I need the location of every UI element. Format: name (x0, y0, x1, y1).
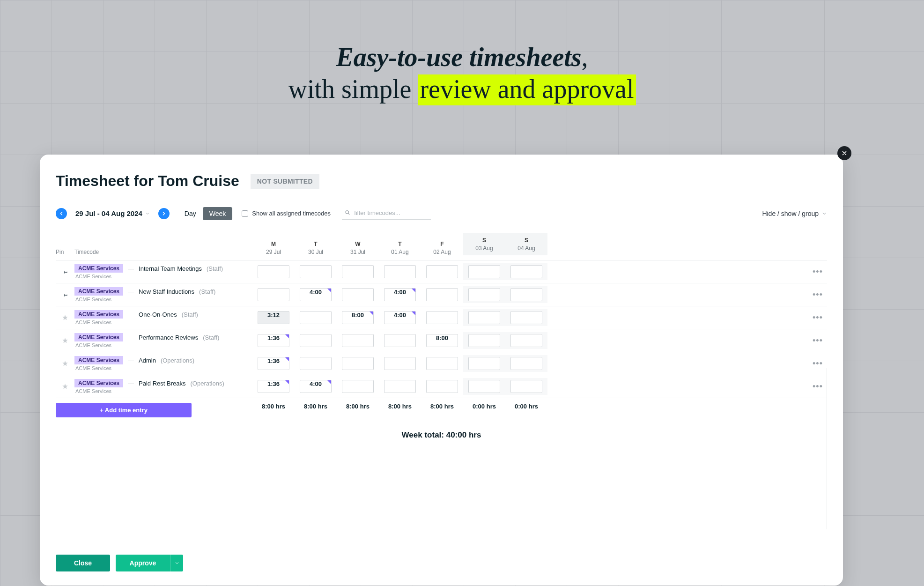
show-all-timecodes-checkbox[interactable]: Show all assigned timecodes (242, 210, 331, 217)
time-cell[interactable]: 4:00 (295, 286, 337, 303)
time-cell[interactable] (421, 355, 463, 372)
time-cell[interactable] (463, 378, 505, 395)
time-cell[interactable] (295, 263, 337, 280)
time-input[interactable] (384, 357, 416, 370)
pin-toggle[interactable] (56, 360, 74, 367)
time-cell[interactable] (252, 286, 295, 303)
row-menu-button[interactable]: ••• (808, 359, 827, 369)
time-cell[interactable] (379, 332, 421, 349)
time-input[interactable] (258, 265, 289, 278)
time-cell[interactable]: 4:00 (379, 309, 421, 326)
add-time-entry-button[interactable]: + Add time entry (56, 403, 192, 417)
time-cell[interactable]: 4:00 (295, 378, 337, 395)
time-cell[interactable] (379, 263, 421, 280)
time-input[interactable] (510, 265, 542, 278)
time-cell[interactable] (421, 309, 463, 326)
time-cell[interactable]: 1:36 (252, 355, 295, 372)
filter-timecodes-search[interactable] (342, 208, 431, 220)
approve-dropdown[interactable] (170, 555, 183, 571)
time-cell[interactable] (379, 355, 421, 372)
time-input[interactable] (300, 334, 332, 347)
time-input[interactable]: 4:00 (384, 288, 416, 301)
time-cell[interactable]: 4:00 (379, 286, 421, 303)
time-cell[interactable] (505, 332, 547, 349)
pin-toggle[interactable] (56, 337, 74, 344)
time-cell[interactable] (337, 286, 379, 303)
approve-button[interactable]: Approve (116, 555, 170, 571)
time-input[interactable] (510, 334, 542, 347)
time-input[interactable]: 8:00 (342, 311, 374, 324)
time-input[interactable] (300, 311, 332, 324)
time-cell[interactable]: 8:00 (421, 332, 463, 349)
time-input[interactable]: 1:36 (258, 380, 289, 393)
prev-week-button[interactable] (56, 208, 67, 219)
time-input[interactable] (342, 334, 374, 347)
time-cell[interactable] (379, 378, 421, 395)
time-cell[interactable] (421, 286, 463, 303)
filter-input[interactable] (354, 209, 428, 216)
time-input[interactable]: 4:00 (384, 311, 416, 324)
time-input[interactable] (342, 265, 374, 278)
time-cell[interactable] (505, 378, 547, 395)
time-input[interactable] (342, 288, 374, 301)
time-input[interactable] (342, 380, 374, 393)
time-cell[interactable] (421, 378, 463, 395)
time-input[interactable] (300, 357, 332, 370)
time-input[interactable] (426, 380, 458, 393)
time-input[interactable] (510, 288, 542, 301)
time-input[interactable] (468, 288, 500, 301)
time-cell[interactable] (295, 309, 337, 326)
time-input[interactable] (426, 311, 458, 324)
time-input[interactable] (468, 334, 500, 347)
time-input[interactable] (258, 288, 289, 301)
time-cell[interactable] (337, 355, 379, 372)
time-input[interactable] (426, 357, 458, 370)
time-cell[interactable] (337, 332, 379, 349)
time-input[interactable] (426, 265, 458, 278)
time-input[interactable] (510, 380, 542, 393)
time-cell[interactable]: 3:12 (252, 309, 295, 326)
time-input[interactable]: 4:00 (300, 380, 332, 393)
time-cell[interactable] (463, 332, 505, 349)
time-cell[interactable] (337, 378, 379, 395)
time-cell[interactable] (505, 309, 547, 326)
time-cell[interactable] (421, 263, 463, 280)
pin-toggle[interactable] (56, 291, 74, 298)
time-cell[interactable] (463, 263, 505, 280)
time-input[interactable] (468, 380, 500, 393)
time-input[interactable]: 1:36 (258, 357, 289, 370)
time-cell[interactable] (295, 332, 337, 349)
view-day-tab[interactable]: Day (178, 207, 203, 220)
time-input[interactable]: 3:12 (258, 311, 289, 324)
time-input[interactable]: 1:36 (258, 334, 289, 347)
row-menu-button[interactable]: ••• (808, 313, 827, 323)
time-input[interactable] (510, 357, 542, 370)
close-button[interactable]: Close (56, 555, 110, 571)
time-cell[interactable]: 8:00 (337, 309, 379, 326)
time-cell[interactable] (337, 263, 379, 280)
date-range-picker[interactable]: 29 Jul - 04 Aug 2024 (72, 207, 154, 220)
pin-toggle[interactable] (56, 314, 74, 321)
row-menu-button[interactable]: ••• (808, 336, 827, 346)
time-input[interactable]: 4:00 (300, 288, 332, 301)
time-input[interactable] (384, 265, 416, 278)
hide-show-group-button[interactable]: Hide / show / group (762, 210, 827, 217)
time-input[interactable] (426, 288, 458, 301)
time-input[interactable] (300, 265, 332, 278)
time-input[interactable] (384, 334, 416, 347)
time-cell[interactable]: 1:36 (252, 332, 295, 349)
close-icon[interactable] (837, 146, 851, 160)
time-cell[interactable] (252, 263, 295, 280)
time-input[interactable] (468, 357, 500, 370)
time-input[interactable]: 8:00 (426, 334, 458, 347)
time-input[interactable] (468, 311, 500, 324)
row-menu-button[interactable]: ••• (808, 382, 827, 392)
view-week-tab[interactable]: Week (203, 207, 233, 220)
time-input[interactable] (384, 380, 416, 393)
time-cell[interactable] (295, 355, 337, 372)
time-cell[interactable] (463, 355, 505, 372)
row-menu-button[interactable]: ••• (808, 267, 827, 277)
time-cell[interactable] (505, 263, 547, 280)
time-cell[interactable] (505, 286, 547, 303)
time-input[interactable] (510, 311, 542, 324)
